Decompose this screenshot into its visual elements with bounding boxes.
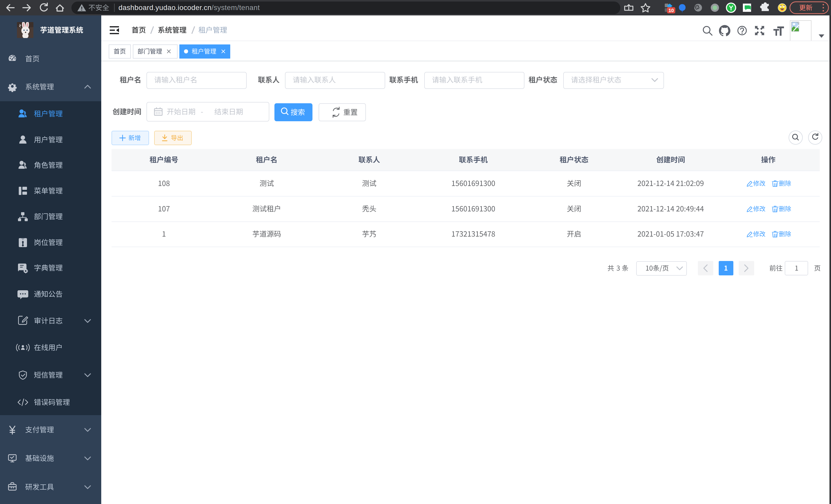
svg-text:10: 10 (668, 8, 674, 13)
